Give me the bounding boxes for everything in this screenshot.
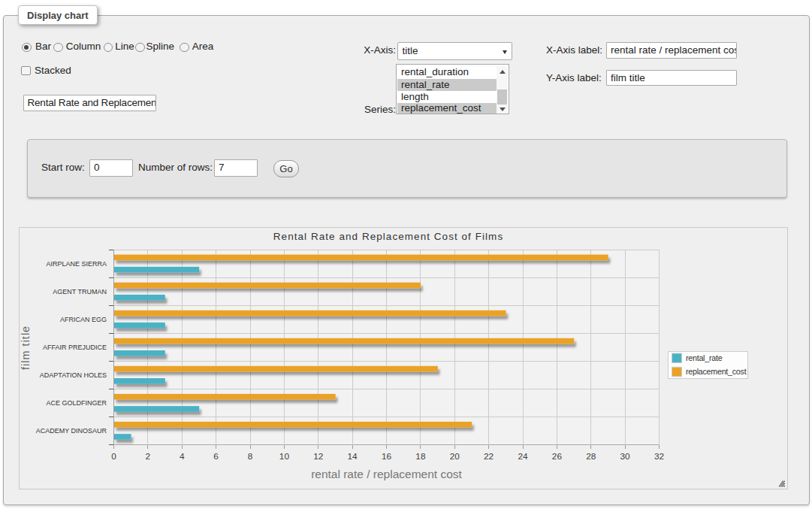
- svg-text:replacement_cost: replacement_cost: [686, 367, 747, 376]
- svg-text:20: 20: [450, 451, 460, 462]
- svg-text:ADAPTATION HOLES: ADAPTATION HOLES: [40, 371, 107, 379]
- svg-text:AGENT TRUMAN: AGENT TRUMAN: [53, 288, 107, 295]
- svg-text:14: 14: [348, 451, 358, 462]
- svg-text:22: 22: [484, 451, 494, 462]
- svg-text:24: 24: [518, 451, 528, 462]
- svg-text:2: 2: [146, 451, 151, 462]
- svg-text:6: 6: [213, 451, 219, 462]
- svg-text:ACE GOLDFINGER: ACE GOLDFINGER: [46, 399, 107, 407]
- svg-text:film title: film title: [20, 326, 32, 370]
- svg-text:0: 0: [111, 451, 116, 462]
- svg-text:4: 4: [180, 451, 185, 462]
- svg-text:AIRPLANE SIERRA: AIRPLANE SIERRA: [46, 260, 107, 268]
- svg-text:16: 16: [382, 451, 392, 462]
- svg-text:28: 28: [586, 451, 596, 462]
- svg-text:ACADEMY DINOSAUR: ACADEMY DINOSAUR: [36, 427, 107, 435]
- svg-text:AFRICAN EGG: AFRICAN EGG: [60, 316, 107, 323]
- svg-text:12: 12: [313, 451, 323, 462]
- svg-text:Rental Rate and Replacement Co: Rental Rate and Replacement Cost of Film…: [273, 231, 503, 242]
- svg-text:30: 30: [620, 451, 631, 462]
- svg-text:10: 10: [279, 451, 290, 462]
- svg-text:18: 18: [415, 451, 426, 462]
- svg-text:rental rate / replacement cost: rental rate / replacement cost: [311, 468, 462, 480]
- svg-text:rental_rate: rental_rate: [686, 353, 723, 362]
- svg-text:32: 32: [654, 451, 664, 462]
- svg-text:26: 26: [552, 451, 563, 462]
- svg-text:AFFAIR PREJUDICE: AFFAIR PREJUDICE: [43, 344, 107, 351]
- svg-text:8: 8: [248, 451, 253, 462]
